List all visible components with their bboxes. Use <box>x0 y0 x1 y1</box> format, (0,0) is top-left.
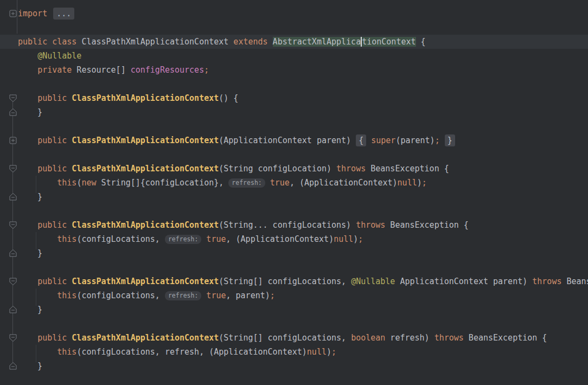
token-constructor-name: ClassPathXmlApplicationContext <box>72 164 219 174</box>
fold-marker-start-icon[interactable] <box>9 334 17 342</box>
code-line-1[interactable]: import ... <box>0 7 588 21</box>
code-line-21[interactable]: this(configLocations, refresh: true, par… <box>0 288 588 303</box>
token-keyword: private <box>37 65 72 75</box>
code-line-25[interactable]: this(configLocations, refresh, (Applicat… <box>0 345 588 359</box>
token-text: } <box>18 107 42 117</box>
code-editor[interactable]: import ...public class ClassPathXmlAppli… <box>0 0 588 385</box>
token-constructor-name: ClassPathXmlApplicationContext <box>72 333 219 343</box>
token-keyword: null <box>398 178 417 188</box>
token-keyword: public <box>37 277 67 286</box>
folded-imports-placeholder[interactable]: ... <box>53 8 74 20</box>
code-line-27[interactable] <box>0 373 588 385</box>
token-text <box>201 291 206 300</box>
fold-marker-start-icon[interactable] <box>9 94 17 102</box>
code-area[interactable]: import ...public class ClassPathXmlAppli… <box>0 7 588 385</box>
fold-marker-end-icon[interactable] <box>9 108 17 116</box>
token-text: } <box>18 192 42 202</box>
token-keyword: throws <box>336 164 366 174</box>
token-keyword: this <box>57 291 76 300</box>
token-text <box>366 136 371 145</box>
token-keyword: public <box>37 333 67 343</box>
code-line-4[interactable]: @Nullable <box>0 49 588 63</box>
token-keyword: public <box>37 220 67 230</box>
code-line-5[interactable]: private Resource[] configResources; <box>0 63 588 77</box>
token-text: { <box>416 37 426 47</box>
code-line-24[interactable]: public ClassPathXmlApplicationContext(St… <box>0 331 588 345</box>
token-text <box>18 93 37 103</box>
token-keyword: ; <box>331 347 336 357</box>
token-text <box>201 234 206 244</box>
token-constructor-name: ClassPathXmlApplicationContext <box>72 93 219 103</box>
token-keyword: ; <box>435 136 440 145</box>
code-line-11[interactable] <box>0 147 588 162</box>
token-keyword: ; <box>358 234 363 244</box>
folded-body-brace[interactable]: } <box>445 134 455 146</box>
fold-marker-end-icon[interactable] <box>9 362 17 370</box>
token-text: (configLocations, <box>76 291 165 300</box>
token-keyword: ; <box>270 291 275 300</box>
code-line-20[interactable]: public ClassPathXmlApplicationContext(St… <box>0 274 588 288</box>
code-line-22[interactable]: } <box>0 303 588 317</box>
token-text: (configLocations, refresh, (ApplicationC… <box>76 347 306 357</box>
parameter-name-hint[interactable]: refresh: <box>228 178 265 188</box>
token-text: (String... configLocations) <box>219 220 356 230</box>
code-line-13[interactable]: this(new String[]{configLocation}, refre… <box>0 176 588 190</box>
token-keyword: true <box>206 234 226 244</box>
token-text: refresh) <box>385 333 434 343</box>
fold-marker-start-icon[interactable] <box>9 278 17 285</box>
code-line-19[interactable] <box>0 260 588 274</box>
fold-marker-start-icon[interactable] <box>9 221 17 229</box>
token-text <box>18 178 57 188</box>
code-line-17[interactable]: this(configLocations, refresh: true, (Ap… <box>0 232 588 246</box>
code-line-9[interactable] <box>0 119 588 133</box>
token-text <box>67 164 72 174</box>
code-line-23[interactable] <box>0 317 588 331</box>
parameter-name-hint[interactable]: refresh: <box>165 235 201 244</box>
code-line-18[interactable]: } <box>0 246 588 260</box>
token-keyword: import <box>18 9 47 18</box>
token-keyword: throws <box>532 277 561 286</box>
code-line-8[interactable]: } <box>0 105 588 119</box>
parameter-name-hint[interactable]: refresh: <box>165 291 201 300</box>
code-line-7[interactable]: public ClassPathXmlApplicationContext() … <box>0 91 588 105</box>
token-text <box>18 51 37 61</box>
token-text: } <box>18 305 42 315</box>
code-line-6[interactable] <box>0 77 588 91</box>
token-text: BeansException { <box>385 220 469 230</box>
fold-marker-end-icon[interactable] <box>9 306 17 313</box>
token-text <box>18 234 57 244</box>
token-text <box>67 333 72 343</box>
token-text: (configLocations, <box>76 234 165 244</box>
token-keyword: true <box>206 291 226 300</box>
token-text: ApplicationContext parent) <box>395 277 532 286</box>
fold-marker-collapsed-icon[interactable] <box>9 10 17 17</box>
code-line-2[interactable] <box>0 21 588 35</box>
token-highlighted-identifier: AbstractXmlApplica <box>273 37 361 47</box>
code-line-3[interactable]: public class ClassPathXmlApplicationCont… <box>0 35 588 49</box>
token-text <box>18 65 37 75</box>
token-highlighted-identifier: tionContext <box>362 37 416 47</box>
fold-marker-end-icon[interactable] <box>9 193 17 201</box>
token-text: (parent) <box>395 136 434 145</box>
token-text <box>268 37 273 47</box>
fold-marker-start-icon[interactable] <box>9 165 17 172</box>
token-keyword: this <box>57 347 76 357</box>
code-line-15[interactable] <box>0 204 588 218</box>
code-line-12[interactable]: public ClassPathXmlApplicationContext(St… <box>0 162 588 176</box>
code-line-16[interactable]: public ClassPathXmlApplicationContext(St… <box>0 218 588 232</box>
token-keyword: throws <box>434 333 464 343</box>
fold-marker-collapsed-icon[interactable] <box>9 137 17 144</box>
token-keyword: throws <box>356 220 385 230</box>
folded-body-brace[interactable]: { <box>356 134 366 146</box>
token-text: (String configLocation) <box>219 164 336 174</box>
token-text <box>67 93 72 103</box>
fold-marker-end-icon[interactable] <box>9 249 17 257</box>
code-line-26[interactable]: } <box>0 359 588 373</box>
code-line-10[interactable]: public ClassPathXmlApplicationContext(Ap… <box>0 133 588 147</box>
token-text: ) <box>417 178 422 188</box>
code-line-14[interactable]: } <box>0 190 588 204</box>
token-constructor-name: ClassPathXmlApplicationContext <box>72 277 219 286</box>
token-keyword: null <box>334 234 353 244</box>
token-field-name: configResources <box>131 65 204 75</box>
token-annotation: @Nullable <box>37 51 81 61</box>
